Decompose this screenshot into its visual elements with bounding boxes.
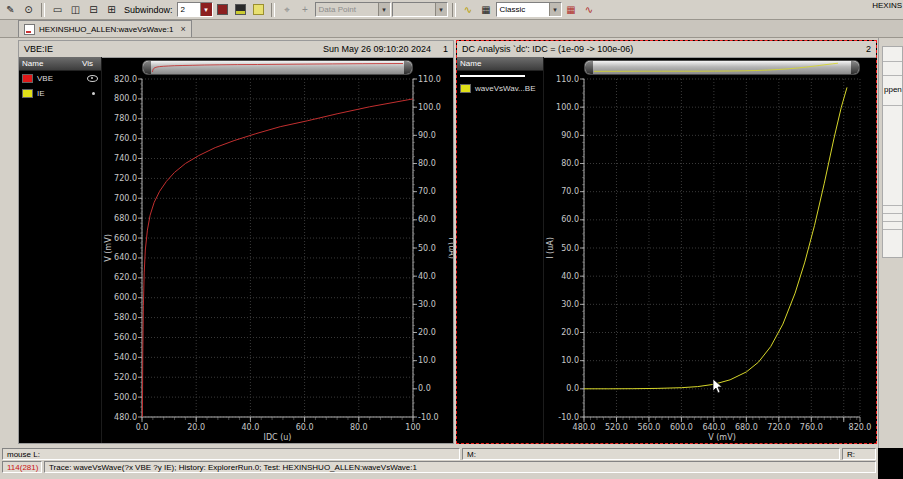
waveform-chart-icon[interactable]: ∿ (460, 2, 477, 17)
red-wave-icon[interactable]: ∿ (581, 2, 598, 17)
pointer-icon[interactable]: ⌖ (279, 2, 296, 17)
appearance-select[interactable]: Classic ▾ (496, 2, 562, 17)
visibility-dot-icon[interactable] (92, 92, 95, 95)
secondary-select[interactable]: ▾ (392, 2, 448, 17)
subwindow-2-active: DC Analysis `dc': IDC = (1e-09 -> 100e-0… (456, 40, 877, 444)
svg-text:500.0: 500.0 (114, 393, 137, 402)
svg-text:20.0: 20.0 (561, 328, 579, 337)
vbe-ie-chart[interactable]: 0.020.040.060.080.0100480.0500.0520.0540… (102, 75, 453, 443)
scrollbar-left-cap[interactable] (585, 61, 593, 74)
cursor-position: 114(281) (7, 463, 38, 472)
crosshair-icon[interactable]: + (297, 2, 314, 17)
strip-legend-icon[interactable] (232, 2, 249, 17)
svg-text:20.0: 20.0 (187, 423, 205, 432)
calculator-icon[interactable]: ▦ (478, 2, 495, 17)
mouse-left-binding: mouse L: (7, 450, 40, 459)
svg-text:720.0: 720.0 (767, 423, 790, 432)
svg-text:0.0: 0.0 (418, 384, 431, 393)
svg-text:640.0: 640.0 (702, 423, 725, 432)
svg-text:780.0: 780.0 (114, 114, 137, 123)
split-vertical-icon[interactable]: ◫ (67, 2, 84, 17)
svg-text:760.0: 760.0 (114, 134, 137, 143)
legend-header: Name (457, 57, 543, 71)
plot-title: DC Analysis `dc': IDC = (1e-09 -> 100e-0… (462, 44, 633, 54)
legend-item-ie[interactable]: IE (19, 86, 101, 101)
subwindow-2-titlebar: DC Analysis `dc': IDC = (1e-09 -> 100e-0… (457, 41, 876, 58)
svg-text:740.0: 740.0 (114, 154, 137, 163)
visibility-eye-icon[interactable] (87, 75, 98, 82)
red-grid-icon[interactable]: ▦ (563, 2, 580, 17)
subwindow-value: 2 (181, 5, 185, 14)
chevron-down-icon[interactable]: ▾ (435, 3, 447, 16)
svg-text:100.0: 100.0 (418, 103, 441, 112)
subwindow-select[interactable]: 2 ▾ (177, 2, 213, 17)
svg-text:110.0: 110.0 (556, 75, 579, 84)
subwindow-1: VBE:IE Sun May 26 09:10:20 2024 1 Name V… (18, 40, 454, 444)
single-window-icon[interactable]: ▭ (49, 2, 66, 17)
svg-text:600.0: 600.0 (670, 423, 693, 432)
svg-text:800.0: 800.0 (114, 94, 137, 103)
tab-icon (24, 24, 35, 35)
svg-text:20.0: 20.0 (418, 328, 436, 337)
svg-text:50.0: 50.0 (418, 244, 436, 253)
svg-text:I (uA): I (uA) (546, 237, 555, 259)
chevron-down-icon[interactable]: ▾ (200, 3, 212, 16)
chevron-down-icon[interactable]: ▾ (378, 3, 390, 16)
svg-text:V (mV): V (mV) (708, 433, 736, 442)
svg-text:80.0: 80.0 (561, 159, 579, 168)
chevron-down-icon[interactable]: ▾ (549, 3, 561, 16)
svg-text:760.0: 760.0 (800, 423, 823, 432)
svg-text:600.0: 600.0 (114, 293, 137, 302)
trace-info: Trace: waveVsWave(?x VBE ?y IE); History… (49, 463, 417, 472)
svg-text:50.0: 50.0 (561, 244, 579, 253)
toolbar-separator (41, 3, 45, 17)
red-square-icon[interactable] (214, 2, 231, 17)
svg-text:110.0: 110.0 (418, 75, 441, 84)
svg-text:680.0: 680.0 (735, 423, 758, 432)
scrollbar-left-cap[interactable] (143, 61, 151, 74)
svg-text:520.0: 520.0 (114, 373, 137, 382)
quad-window-icon[interactable]: ⊞ (103, 2, 120, 17)
data-point-select[interactable]: Data Point ▾ (315, 2, 391, 17)
side-panel-strip: ppen (878, 38, 903, 448)
pencil-icon[interactable]: ✎ (2, 2, 19, 17)
toolbar-separator (452, 3, 456, 17)
svg-text:580.0: 580.0 (114, 313, 137, 322)
main-toolbar: ✎ ⊙ ▭ ◫ ⊟ ⊞ Subwindow: 2 ▾ ⌖ + Data Poin… (0, 0, 903, 20)
plot-title: VBE:IE (24, 44, 53, 54)
svg-text:60.0: 60.0 (418, 215, 436, 224)
svg-text:40.0: 40.0 (241, 423, 259, 432)
svg-text:60.0: 60.0 (561, 215, 579, 224)
mouse-status-bar: mouse L: M: R: (0, 448, 878, 461)
tab-wavevswave[interactable]: HEXINSHUO_ALLEN:waveVsWave:1 × (18, 20, 192, 37)
svg-text:40.0: 40.0 (418, 272, 436, 281)
svg-text:IDC (u): IDC (u) (264, 433, 292, 442)
svg-text:700.0: 700.0 (114, 194, 137, 203)
svg-text:60.0: 60.0 (296, 423, 314, 432)
svg-text:100: 100 (405, 423, 420, 432)
legend-item-wavevswave[interactable]: waveVsWav...BE (457, 81, 543, 96)
eye-icon[interactable]: ⊙ (20, 2, 37, 17)
legend-col-vis: Vis (82, 59, 98, 68)
data-point-value: Data Point (319, 5, 356, 14)
subwindow-1-titlebar: VBE:IE Sun May 26 09:10:20 2024 1 (19, 41, 453, 58)
svg-text:0.0: 0.0 (566, 384, 579, 393)
info-status-bar: 114(281) Trace: waveVsWave(?x VBE ?y IE)… (0, 461, 878, 474)
legend-label: IE (37, 89, 45, 98)
note-icon[interactable] (250, 2, 267, 17)
legend-panel: Name Vis VBE IE (19, 57, 102, 443)
svg-text:10.0: 10.0 (418, 356, 436, 365)
close-icon[interactable]: × (180, 24, 185, 34)
dc-analysis-chart[interactable]: 480.0520.0560.0600.0640.0680.0720.0760.0… (544, 75, 876, 443)
svg-text:100.0: 100.0 (556, 103, 579, 112)
overview-scrollbar[interactable] (142, 60, 413, 75)
ie-color-swatch (22, 89, 33, 98)
appearance-value: Classic (500, 5, 526, 14)
svg-text:680.0: 680.0 (114, 214, 137, 223)
svg-text:560.0: 560.0 (114, 333, 137, 342)
overview-scrollbar[interactable] (584, 60, 860, 75)
svg-text:520.0: 520.0 (605, 423, 628, 432)
split-horizontal-icon[interactable]: ⊟ (85, 2, 102, 17)
svg-text:90.0: 90.0 (418, 131, 436, 140)
legend-item-vbe[interactable]: VBE (19, 71, 101, 86)
